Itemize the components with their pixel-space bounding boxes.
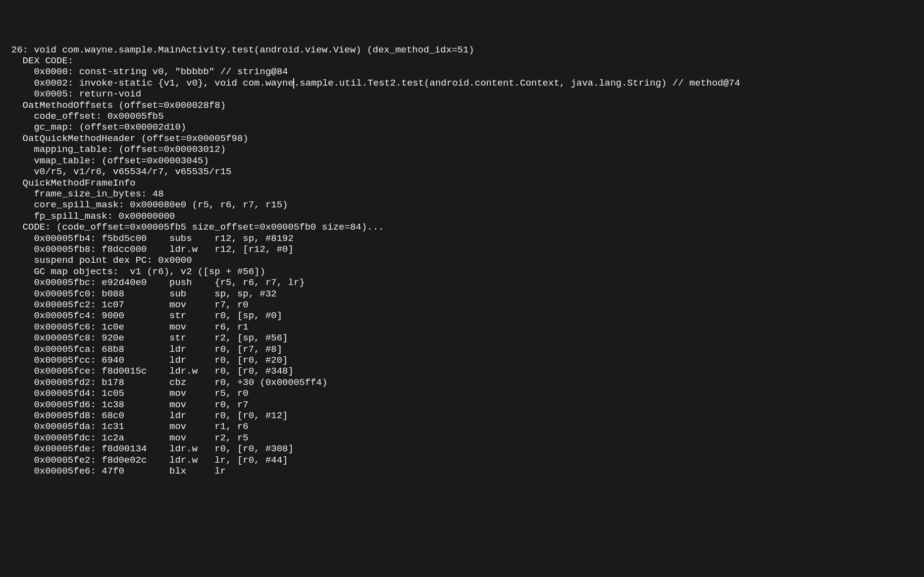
code-line: 0x00005fc0: b088 sub sp, sp, #32 [0, 288, 924, 299]
code-line: 0x00005fbc: e92d40e0 push {r5, r6, r7, l… [0, 277, 924, 288]
code-line: suspend point dex PC: 0x0000 [0, 255, 924, 266]
code-line: 0x00005fe6: 47f0 blx lr [0, 466, 924, 477]
code-line: GC map objects: v1 (r6), v2 ([sp + #56]) [0, 266, 924, 277]
code-line: 0x00005fd2: b178 cbz r0, +30 (0x00005ff4… [0, 377, 924, 388]
code-line: 0x00005fc4: 9000 str r0, [sp, #0] [0, 310, 924, 321]
code-line: CODE: (code_offset=0x00005fb5 size_offse… [0, 222, 924, 233]
code-line: vmap_table: (offset=0x00003045) [0, 155, 924, 166]
code-line: 0x00005fd4: 1c05 mov r5, r0 [0, 388, 924, 399]
code-line: 0x00005fb4: f5bd5c00 subs r12, sp, #8192 [0, 233, 924, 244]
code-line: 0x00005fd6: 1c38 mov r0, r7 [0, 399, 924, 410]
code-line: 0x00005fda: 1c31 mov r1, r6 [0, 421, 924, 432]
code-line: 0x00005fde: f8d00134 ldr.w r0, [r0, #308… [0, 443, 924, 454]
code-line: v0/r5, v1/r6, v65534/r7, v65535/r15 [0, 166, 924, 177]
code-line: 0x00005fd8: 68c0 ldr r0, [r0, #12] [0, 410, 924, 421]
code-line: 0x00005fc8: 920e str r2, [sp, #56] [0, 333, 924, 343]
code-line: 0x00005fcc: 6940 ldr r0, [r0, #20] [0, 355, 924, 366]
code-line: OatMethodOffsets (offset=0x000028f8) [0, 100, 924, 111]
code-line: OatQuickMethodHeader (offset=0x00005f98) [0, 133, 924, 144]
code-line: code_offset: 0x00005fb5 [0, 111, 924, 122]
code-line: 0x0002: invoke-static {v1, v0}, void com… [0, 78, 924, 89]
code-line: 0x00005fe2: f8d0e02c ldr.w lr, [r0, #44] [0, 455, 924, 466]
code-line: 0x00005fb8: f8dcc000 ldr.w r12, [r12, #0… [0, 244, 924, 255]
code-line: core_spill_mask: 0x000080e0 (r5, r6, r7,… [0, 199, 924, 210]
code-line: 0x00005fce: f8d0015c ldr.w r0, [r0, #348… [0, 366, 924, 377]
code-line: QuickMethodFrameInfo [0, 178, 924, 189]
code-line: mapping_table: (offset=0x00003012) [0, 144, 924, 155]
oatdump-output: 26: void com.wayne.sample.MainActivity.t… [0, 45, 924, 477]
code-line: gc_map: (offset=0x00002d10) [0, 122, 924, 133]
code-line: 0x00005fc6: 1c0e mov r6, r1 [0, 322, 924, 333]
code-line: 26: void com.wayne.sample.MainActivity.t… [0, 45, 924, 55]
code-line: 0x00005fc2: 1c07 mov r7, r0 [0, 299, 924, 310]
code-line: 0x00005fdc: 1c2a mov r2, r5 [0, 433, 924, 443]
code-line: frame_size_in_bytes: 48 [0, 189, 924, 199]
code-line: fp_spill_mask: 0x00000000 [0, 211, 924, 222]
code-line: 0x00005fca: 68b8 ldr r0, [r7, #8] [0, 344, 924, 355]
code-line: 0x0005: return-void [0, 89, 924, 99]
code-line: DEX CODE: [0, 55, 924, 66]
code-line: 0x0000: const-string v0, "bbbbb" // stri… [0, 66, 924, 77]
